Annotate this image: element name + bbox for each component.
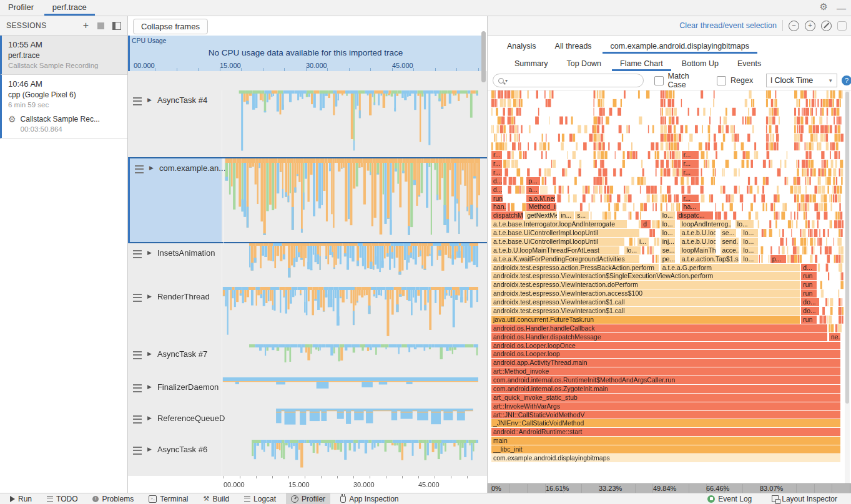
flame-frame[interactable]: a.t.e.base.UiControllerImpl.loopUntil (491, 229, 640, 237)
settings-gear-icon[interactable]: ⚙ (820, 2, 828, 13)
expand-arrow-icon[interactable]: ▶ (147, 97, 152, 103)
flame-frame[interactable]: r... (682, 160, 699, 168)
flame-frame[interactable]: _JNIEnv::CallStaticVoidMethod (491, 419, 841, 427)
statusbar-item-layout-inspector[interactable]: Layout Inspector (767, 493, 842, 504)
search-input[interactable] (509, 75, 643, 85)
flame-frame[interactable]: lo... (661, 229, 676, 237)
flame-frame[interactable]: inj... (661, 238, 676, 246)
flame-frame[interactable]: android.os.Handler.dispatchMessage (491, 333, 828, 341)
clock-type-dropdown[interactable]: l Clock Time ▼ (766, 74, 837, 87)
flame-scrollbar-thumb[interactable] (845, 92, 849, 404)
flame-frame[interactable]: se... (661, 246, 676, 254)
drag-handle-icon[interactable] (133, 384, 142, 392)
hide-panel-icon[interactable]: — (837, 2, 846, 13)
flame-frame[interactable]: a... (526, 186, 539, 194)
statusbar-item-event-log[interactable]: Event Log (702, 493, 757, 504)
thread-activity-chart[interactable] (224, 158, 480, 245)
session-item[interactable]: 10:46 AM cpp (Google Pixel 6) 6 min 59 s… (0, 75, 127, 138)
flame-frame[interactable]: loopMainThreadF... (680, 246, 716, 254)
collapse-frames-button[interactable]: Collapse frames (133, 19, 208, 34)
thread-activity-chart[interactable] (222, 287, 478, 344)
thread-row[interactable]: ▶com.example.an... (128, 157, 487, 243)
thread-activity-chart[interactable] (222, 90, 478, 157)
expand-arrow-icon[interactable]: ▶ (147, 384, 152, 390)
tab-profiler[interactable]: Profiler (0, 0, 42, 16)
search-history-caret-icon[interactable]: ▾ (505, 78, 508, 84)
flame-frame[interactable]: androidx.test.espresso.ViewInteraction.a… (491, 289, 800, 298)
flame-frame[interactable]: android.os.Handler.handleCallback (491, 324, 828, 332)
tab-analysis[interactable]: Analysis (499, 39, 544, 54)
flame-frame[interactable]: android::AndroidRuntime::start (491, 428, 841, 436)
flame-frame[interactable]: Method_in... (526, 203, 557, 211)
flame-frame[interactable]: __libc_init (491, 445, 841, 453)
flame-frame[interactable]: dispatchMes... (491, 211, 524, 220)
flame-frame[interactable]: lo... (735, 220, 754, 228)
flame-frame[interactable]: run (801, 289, 817, 298)
flame-frame[interactable]: art::Method_invoke (491, 367, 841, 376)
session-recording-item[interactable]: ⚙ Callstack Sample Rec... 00:03:50.864 (8, 115, 121, 133)
drag-handle-icon[interactable] (133, 447, 142, 455)
flame-frame[interactable]: i... (637, 238, 649, 246)
flame-frame[interactable]: run (491, 195, 503, 203)
flame-frame[interactable]: ne... (829, 333, 841, 341)
thread-activity-chart[interactable] (222, 440, 478, 476)
flame-frame[interactable]: in... (559, 211, 574, 220)
flame-frame[interactable]: dispatc... (677, 211, 714, 220)
flame-frame[interactable]: r... (491, 168, 503, 177)
flame-frame[interactable]: run (801, 281, 817, 289)
expand-arrow-icon[interactable]: ▶ (147, 250, 152, 256)
flame-frame[interactable]: androidx.test.espresso.action.PressBackA… (491, 264, 659, 272)
expand-arrow-icon[interactable]: ▶ (147, 293, 152, 299)
flame-frame[interactable]: lo... (661, 211, 676, 220)
flame-frame[interactable]: s... (575, 211, 589, 220)
drag-handle-icon[interactable] (133, 415, 142, 424)
statusbar-item-run[interactable]: Run (5, 493, 37, 504)
subtab-events[interactable]: Events (729, 56, 769, 71)
flame-frame[interactable]: a.t.e.base.UiControllerImpl.loopUntil (491, 238, 625, 246)
flame-frame[interactable]: getNextMes... (525, 211, 558, 220)
flame-frame[interactable]: a.t.e.action.Tap$1.sendTap (680, 255, 739, 263)
search-box[interactable]: ▾ (493, 74, 644, 87)
flame-frame[interactable]: pe... (661, 255, 676, 263)
flame-frame[interactable]: androidx.test.espresso.ViewInteraction$1… (491, 298, 800, 306)
flame-frame[interactable]: lo... (624, 246, 641, 254)
thread-row[interactable]: ▶AsyncTask #4 (128, 90, 487, 157)
drag-handle-icon[interactable] (133, 97, 142, 105)
flame-frame[interactable]: a.o.M.next (526, 195, 556, 203)
statusbar-item-problems[interactable]: !Problems (87, 493, 139, 504)
flame-frame[interactable]: ha... (682, 203, 701, 211)
flame-frame[interactable]: loopAndInterrog... (680, 220, 732, 228)
stop-icon[interactable] (97, 22, 104, 29)
flame-frame[interactable]: lo... (741, 238, 758, 246)
flame-frame[interactable]: run (801, 272, 817, 280)
flame-frame[interactable]: a.t.e.b.U.loopUntil (680, 229, 716, 237)
flame-frame[interactable]: art::JNI::CallStaticVoidMethodV (491, 411, 841, 419)
drag-handle-icon[interactable] (133, 250, 142, 258)
thread-row[interactable]: ▶AsyncTask #7 (128, 344, 487, 377)
add-session-icon[interactable]: + (83, 21, 89, 30)
expand-arrow-icon[interactable]: ▶ (147, 446, 152, 452)
subtab-top-down[interactable]: Top Down (558, 56, 609, 71)
flame-frame[interactable]: lo... (661, 220, 676, 228)
flame-frame[interactable]: a.t.e.b.U.loopMainThreadForAtLeast (491, 246, 620, 254)
flame-frame[interactable]: art_quick_invoke_static_stub (491, 394, 841, 402)
flame-frame[interactable]: a.t.e.b.U.loopUntil (680, 238, 716, 246)
statusbar-item-todo[interactable]: TODO (42, 493, 82, 504)
thread-activity-chart[interactable] (222, 344, 478, 377)
flame-frame[interactable]: art::InvokeWithVarArgs (491, 402, 841, 410)
session-item[interactable]: 10:55 AM perf.trace Callstack Sample Rec… (0, 36, 127, 75)
thread-scrollbar-thumb[interactable] (481, 31, 486, 82)
zoom-to-selection-icon[interactable] (837, 21, 847, 31)
flame-frame[interactable]: r... (491, 151, 503, 159)
subtab-summary[interactable]: Summary (506, 56, 556, 71)
expand-arrow-icon[interactable]: ▶ (147, 415, 152, 421)
match-case-checkbox[interactable] (654, 76, 664, 85)
regex-checkbox[interactable] (717, 76, 726, 85)
reset-zoom-icon[interactable] (821, 21, 832, 31)
flame-frame[interactable]: java.util.concurrent.FutureTask.run (491, 316, 800, 324)
flame-frame[interactable]: lo... (741, 255, 758, 263)
flame-frame[interactable]: androidx.test.espresso.ViewInteraction.d… (491, 281, 800, 289)
flame-frame[interactable]: r... (682, 151, 699, 159)
help-icon[interactable]: ? (842, 75, 851, 85)
zoom-out-icon[interactable]: − (789, 21, 799, 31)
